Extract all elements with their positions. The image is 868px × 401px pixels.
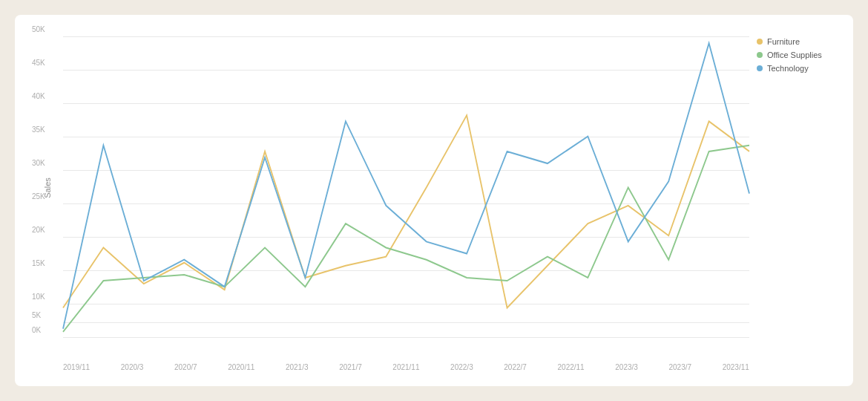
- grid-label: 45K: [32, 58, 45, 66]
- x-label: 2021/11: [392, 363, 419, 371]
- grid-label: 25K: [32, 192, 45, 200]
- legend-item: Office Supplies: [757, 50, 846, 59]
- legend-item: Technology: [757, 64, 846, 73]
- x-label: 2023/11: [723, 363, 749, 371]
- x-label: 2022/11: [558, 363, 585, 371]
- legend-label: Office Supplies: [767, 50, 822, 59]
- grid-label: 35K: [32, 125, 45, 133]
- x-labels: 2019/112020/32020/72020/112021/32021/720…: [63, 363, 749, 371]
- legend-item: Furniture: [757, 37, 846, 46]
- furniture-line: [63, 115, 749, 307]
- x-label: 2023/7: [668, 363, 691, 371]
- grid-label: 40K: [32, 91, 45, 100]
- x-label: 2022/7: [504, 363, 527, 371]
- chart-container: Sales 50K45K40K35K30K25K20K15K10K5K0K 20…: [15, 15, 853, 386]
- x-label: 2020/7: [174, 363, 197, 371]
- x-label: 2021/3: [286, 363, 309, 371]
- office-supplies-line: [63, 146, 749, 332]
- chart-svg: [63, 37, 749, 338]
- technology-line: [63, 43, 749, 329]
- x-label: 2020/3: [121, 363, 144, 371]
- x-label: 2019/11: [63, 363, 90, 371]
- x-label: 2022/3: [450, 363, 473, 371]
- grid-label: 30K: [32, 158, 45, 166]
- x-label: 2021/7: [339, 363, 362, 371]
- legend-dot: [757, 39, 763, 45]
- legend-dot: [757, 52, 763, 58]
- grid-label: 20K: [32, 226, 45, 234]
- grid-label: 10K: [32, 293, 45, 301]
- chart-area: Sales 50K45K40K35K30K25K20K15K10K5K0K 20…: [30, 30, 749, 371]
- x-label: 2023/3: [615, 363, 638, 371]
- chart-inner: Sales 50K45K40K35K30K25K20K15K10K5K0K: [63, 37, 749, 338]
- grid-label: 15K: [32, 259, 45, 267]
- grid-label: 5K: [32, 310, 41, 319]
- legend-label: Furniture: [767, 37, 800, 46]
- legend-label: Technology: [767, 64, 809, 73]
- legend-dot: [757, 65, 763, 71]
- x-label: 2020/11: [228, 363, 254, 371]
- legend: FurnitureOffice SuppliesTechnology: [749, 30, 846, 371]
- grid-label: 0K: [32, 326, 41, 334]
- grid-label: 50K: [32, 25, 45, 33]
